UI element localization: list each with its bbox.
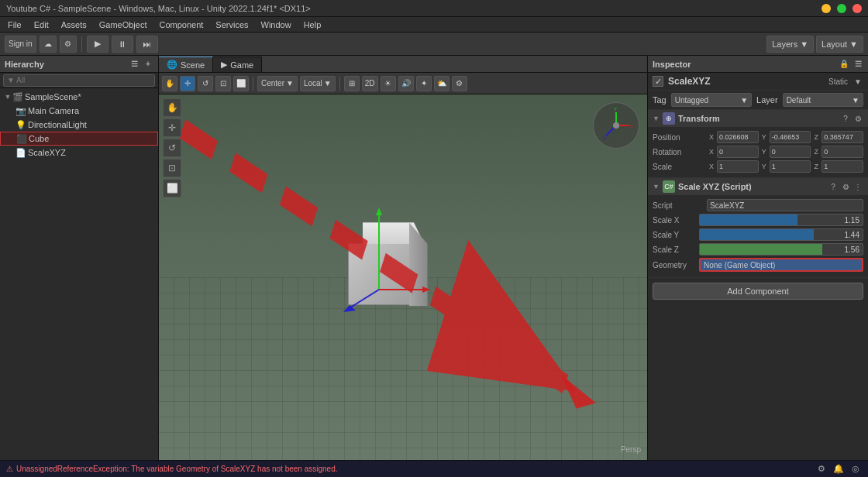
rect-tool-button[interactable]: ⬜ <box>233 76 249 91</box>
maximize-button[interactable] <box>837 4 846 13</box>
menu-services[interactable]: Services <box>211 19 253 31</box>
scale-z-field[interactable]: 1 <box>822 160 863 173</box>
status-error-icon: ⚠ <box>6 465 13 473</box>
menu-edit[interactable]: Edit <box>29 19 53 31</box>
menu-assets[interactable]: Assets <box>57 19 91 31</box>
minimize-button[interactable] <box>822 4 831 13</box>
object-name: ScaleXYZ <box>668 76 824 87</box>
scale-x-slider[interactable]: 1.15 <box>699 214 863 226</box>
tree-item-directionallight[interactable]: 💡 DirectionalLight <box>0 118 158 132</box>
transform-help-icon[interactable]: ? <box>840 113 851 124</box>
sign-in-button[interactable]: Sign in <box>5 36 36 53</box>
status-icon-1[interactable]: ⚙ <box>815 463 828 475</box>
scalexyz-help-icon[interactable]: ? <box>828 181 839 192</box>
scene-ctrl-scale[interactable]: ⊡ <box>163 159 181 177</box>
transform-settings-icon[interactable]: ⚙ <box>852 113 863 124</box>
svg-marker-1 <box>376 208 382 215</box>
skybox-button[interactable]: ⛅ <box>434 76 450 91</box>
cloud-button[interactable]: ☁ <box>40 36 57 53</box>
hierarchy-add-icon[interactable]: + <box>143 59 153 70</box>
local-label: Local <box>304 79 322 88</box>
gizmos-button[interactable]: ⚙ <box>452 76 467 91</box>
grid-button[interactable]: ⊞ <box>344 76 360 91</box>
tree-item-samplescene[interactable]: ▼ 🎬 SampleScene* <box>0 90 158 104</box>
status-icon-3[interactable]: ◎ <box>849 463 862 475</box>
menu-file[interactable]: File <box>3 19 26 31</box>
scale-y-slider[interactable]: 1.44 <box>699 228 863 241</box>
layer-dropdown[interactable]: Default ▼ <box>783 93 863 107</box>
scene-toolbar: ✋ ✛ ↺ ⊡ ⬜ Center ▼ Local ▼ ⊞ 2D ☀ 🔊 ✦ ⛅ … <box>159 73 647 94</box>
local-dropdown[interactable]: Local ▼ <box>300 76 336 91</box>
fx-button[interactable]: ✦ <box>416 76 432 91</box>
scale-z-slider[interactable]: 1.56 <box>699 243 863 256</box>
scale-x-field-label: Scale X <box>653 216 699 225</box>
scene-gizmo[interactable]: Y X Z <box>593 102 639 149</box>
pos-x-field[interactable]: 0.026608 <box>717 131 759 143</box>
tree-arrow-directionallight <box>6 120 16 129</box>
hierarchy-search-input[interactable] <box>3 74 155 87</box>
scalexyz-settings-icon[interactable]: ⚙ <box>840 181 851 192</box>
tree-item-maincamera[interactable]: 📷 Main Camera <box>0 104 158 118</box>
2d-button[interactable]: 2D <box>362 76 378 91</box>
scale-y-field[interactable]: 1 <box>770 160 811 173</box>
object-active-checkbox[interactable]: ✓ <box>653 76 663 87</box>
geometry-field-value[interactable]: None (Game Object) <box>699 258 863 272</box>
menu-help[interactable]: Help <box>299 19 326 31</box>
scene-ctrl-rect[interactable]: ⬜ <box>163 179 181 197</box>
inspector-lock-icon[interactable]: 🔒 <box>839 59 849 70</box>
rot-x-field[interactable]: 0 <box>717 146 759 158</box>
scene-view[interactable]: Y X Z Persp ✋ ✛ ↺ <box>159 94 647 460</box>
transform-title: Transform <box>678 114 837 123</box>
tree-arrow-scalexyz <box>6 148 16 157</box>
scalexyz-header[interactable]: ▼ C# Scale XYZ (Script) ? ⚙ ⋮ <box>648 178 868 195</box>
collab-button[interactable]: ⚙ <box>60 36 77 53</box>
hand-tool-button[interactable]: ✋ <box>162 76 177 91</box>
position-row: Position X 0.026608 Y -0.46653 Z 0.36574… <box>653 130 863 144</box>
layout-button[interactable]: Layout ▼ <box>816 36 863 53</box>
layers-button[interactable]: Layers ▼ <box>766 36 814 53</box>
play-button[interactable]: ▶ <box>87 36 108 53</box>
transform-header[interactable]: ▼ ⊕ Transform ? ⚙ <box>648 110 868 127</box>
rotate-tool-button[interactable]: ↺ <box>198 76 213 91</box>
rot-z-field[interactable]: 0 <box>822 146 863 158</box>
scale-z-label: Z <box>811 163 821 170</box>
audio-button[interactable]: 🔊 <box>398 76 414 91</box>
tab-game[interactable]: ▶ Game <box>213 57 262 72</box>
scale-y-val: 1.44 <box>845 231 859 239</box>
status-icon-2[interactable]: 🔔 <box>832 463 845 475</box>
step-button[interactable]: ⏭ <box>136 36 158 53</box>
static-dropdown-icon[interactable]: ▼ <box>852 76 863 87</box>
add-component-button[interactable]: Add Component <box>653 283 863 300</box>
light-toggle-button[interactable]: ☀ <box>381 76 396 91</box>
scale-x-field[interactable]: 1 <box>717 160 759 173</box>
hierarchy-menu-icon[interactable]: ☰ <box>129 59 140 70</box>
menu-component[interactable]: Component <box>154 19 208 31</box>
transform-arrow-icon: ▼ <box>653 115 660 122</box>
center-dropdown[interactable]: Center ▼ <box>257 76 298 91</box>
script-field-value[interactable]: ScaleXYZ <box>707 199 863 211</box>
scalexyz-menu-icon[interactable]: ⋮ <box>852 181 863 192</box>
scale-x-fill <box>700 214 797 225</box>
move-tool-button[interactable]: ✛ <box>180 76 195 91</box>
pos-y-field[interactable]: -0.46653 <box>770 131 811 143</box>
scale-tool-button[interactable]: ⊡ <box>215 76 231 91</box>
layer-label: Layer <box>756 95 778 105</box>
gizmo-svg: Y X Z <box>597 106 636 145</box>
tag-dropdown[interactable]: Untagged ▼ <box>671 93 752 107</box>
tree-item-cube[interactable]: ⬛ Cube <box>0 132 158 146</box>
scene-ctrl-hand[interactable]: ✋ <box>163 98 181 117</box>
status-bar: ⚠ UnassignedReferenceException: The vari… <box>0 460 868 477</box>
menu-window[interactable]: Window <box>257 19 296 31</box>
tab-scene[interactable]: 🌐 Scene <box>159 57 213 72</box>
script-row: Script ScaleXYZ <box>653 198 863 212</box>
rot-y-field[interactable]: 0 <box>770 146 811 158</box>
tree-item-scalexyz[interactable]: 📄 ScaleXYZ <box>0 146 158 160</box>
pos-z-field[interactable]: 0.365747 <box>822 131 863 143</box>
menu-gameobject[interactable]: GameObject <box>95 19 152 31</box>
inspector-menu-icon[interactable]: ☰ <box>852 59 863 70</box>
transform-body: Position X 0.026608 Y -0.46653 Z 0.36574… <box>648 127 868 177</box>
scene-ctrl-rotate[interactable]: ↺ <box>163 139 181 157</box>
pause-button[interactable]: ⏸ <box>112 36 133 53</box>
close-button[interactable] <box>852 4 862 13</box>
scene-ctrl-crosshair[interactable]: ✛ <box>163 118 181 137</box>
